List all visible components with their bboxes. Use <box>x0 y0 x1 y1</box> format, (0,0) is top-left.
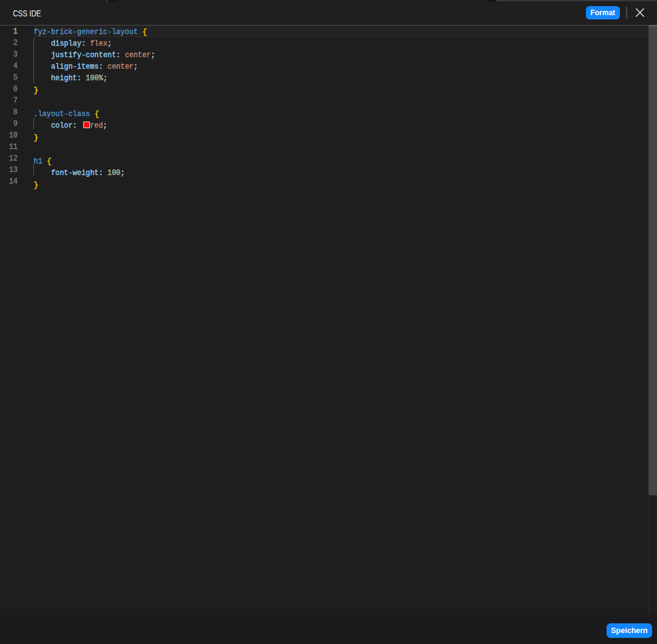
svg-text:CSS IDE: CSS IDE <box>13 9 41 18</box>
